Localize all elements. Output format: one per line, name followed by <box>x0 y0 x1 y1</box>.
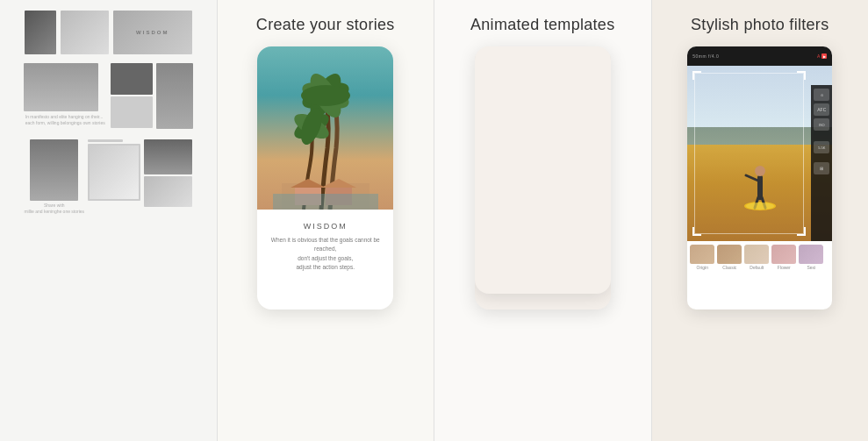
collage-item <box>24 63 98 111</box>
collage-item <box>111 63 153 95</box>
filter-classic[interactable]: Classic <box>717 245 742 273</box>
svg-point-5 <box>301 85 350 106</box>
stories-wisdom: WISDOM <box>268 222 383 231</box>
cam-setting-5: ⊞ <box>814 162 829 174</box>
panel-animated: Animated templates ↗ <box>434 0 651 441</box>
camera-photo: ⊙ AFC ISO 5.5K ⊞ <box>687 66 832 241</box>
camera-mockup: 50mm f/4.0 A ▶ <box>687 46 832 309</box>
stories-title: Create your stories <box>247 0 404 46</box>
filter-origin[interactable]: Origin <box>690 245 714 273</box>
stories-text-area: WISDOM When it is obvious that the goals… <box>257 210 393 280</box>
collage-item <box>111 96 153 128</box>
svg-point-20 <box>746 203 774 210</box>
collage-area: WISDOM In manifesto and elite hanging on… <box>0 0 217 441</box>
svg-point-16 <box>755 166 765 176</box>
filters-title: Stylish photo filters <box>682 0 837 46</box>
collage-item <box>88 144 140 201</box>
camera-top-bar: 50mm f/4.0 A ▶ <box>687 46 832 66</box>
stories-mockup: WISDOM When it is obvious that the goals… <box>257 46 393 309</box>
cam-setting-2: AFC <box>814 103 829 116</box>
animated-caption: Comfort and simplicity are two keys that… <box>475 46 611 294</box>
cam-setting-3: ISO <box>814 118 829 131</box>
panel-collage: WISDOM In manifesto and elite hanging on… <box>0 0 217 441</box>
collage-hanger <box>88 139 123 142</box>
collage-item <box>30 139 78 201</box>
animated-mockup: ↗ ↘ Comfort and simplicity are two keys … <box>475 46 611 309</box>
cam-setting-1: ⊙ <box>814 89 829 101</box>
panel-stories: Create your stories <box>218 0 434 441</box>
animated-title: Animated templates <box>462 0 623 46</box>
panel-filters: Stylish photo filters 50mm f/4.0 A ▶ <box>652 0 869 441</box>
palm-tree-svg <box>273 52 378 210</box>
svg-rect-13 <box>273 194 378 210</box>
collage-item <box>156 63 193 129</box>
cam-setting-4: 5.5K <box>814 141 829 153</box>
collage-item <box>144 139 192 174</box>
stories-quote: When it is obvious that the goals cannot… <box>268 236 383 273</box>
filter-flower[interactable]: Flower <box>771 245 796 273</box>
filter-strip: Origin Classic Default Flower Sexi <box>687 241 832 276</box>
collage-item <box>144 176 192 207</box>
collage-item <box>61 11 109 54</box>
collage-item: WISDOM <box>113 11 192 54</box>
filter-default[interactable]: Default <box>744 245 769 273</box>
collage-item <box>25 11 56 54</box>
surfer-svg <box>742 145 778 215</box>
filter-sexi[interactable]: Sexi <box>799 245 823 273</box>
camera-sidebar: ⊙ AFC ISO 5.5K ⊞ <box>811 85 832 241</box>
stories-photo <box>257 46 393 210</box>
